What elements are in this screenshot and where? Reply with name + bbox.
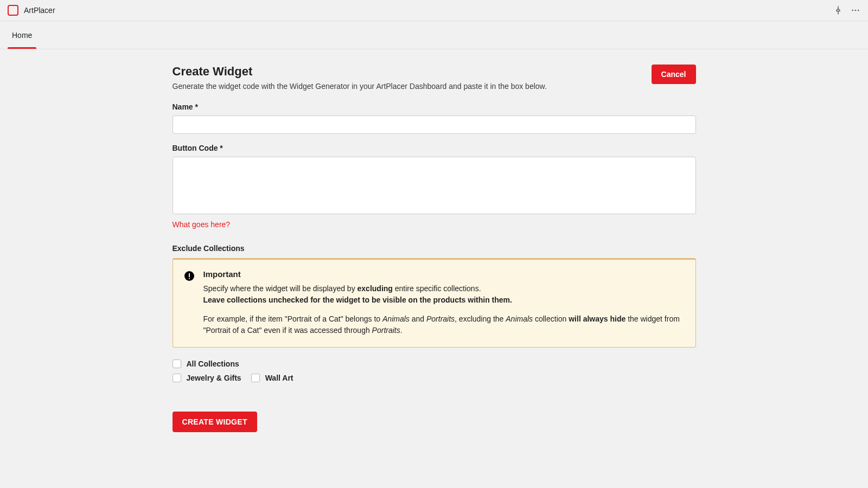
checkbox-row-jewelry: Jewelry & Gifts [173, 374, 241, 382]
app-icon [8, 5, 18, 16]
checkbox-wallart[interactable] [251, 374, 260, 382]
svg-point-2 [858, 10, 859, 11]
alert-paragraph-1: Specify where the widget will be display… [203, 283, 685, 306]
svg-point-0 [852, 10, 853, 11]
checkbox-wallart-label[interactable]: Wall Art [265, 374, 293, 382]
form-container: Create Widget Generate the widget code w… [173, 65, 696, 432]
tabsbar: Home [0, 21, 868, 49]
tab-home[interactable]: Home [8, 21, 36, 49]
pin-icon[interactable] [833, 5, 843, 15]
alert-box: Important Specify where the widget will … [173, 258, 696, 348]
content: Create Widget Generate the widget code w… [0, 49, 868, 432]
page-title: Create Widget [173, 65, 547, 79]
topbar: ArtPlacer [0, 0, 868, 21]
button-code-label: Button Code * [173, 144, 696, 152]
alert-title: Important [203, 269, 685, 279]
exclude-collections-label: Exclude Collections [173, 244, 696, 253]
tab-home-label: Home [12, 31, 32, 40]
more-icon[interactable] [851, 5, 860, 15]
checkbox-all-label[interactable]: All Collections [187, 359, 239, 368]
svg-rect-5 [189, 278, 190, 279]
header-text: Create Widget Generate the widget code w… [173, 65, 547, 91]
checkbox-all[interactable] [173, 359, 181, 368]
form-group-button-code: Button Code * What goes here? [173, 144, 696, 229]
topbar-right [833, 5, 860, 15]
svg-rect-4 [189, 273, 190, 277]
form-group-name: Name * [173, 102, 696, 134]
help-link[interactable]: What goes here? [173, 220, 231, 229]
alert-icon [184, 271, 195, 281]
topbar-left: ArtPlacer [8, 5, 55, 16]
app-title: ArtPlacer [24, 6, 55, 15]
name-input[interactable] [173, 115, 696, 134]
alert-content: Important Specify where the widget will … [203, 269, 685, 336]
checkbox-collections-row: Jewelry & Gifts Wall Art [173, 374, 696, 388]
button-code-textarea[interactable] [173, 157, 696, 214]
alert-paragraph-2: For example, if the item "Portrait of a … [203, 313, 685, 336]
submit-row: CREATE WIDGET [173, 412, 696, 432]
checkbox-row-wallart: Wall Art [251, 374, 293, 382]
page-subtitle: Generate the widget code with the Widget… [173, 82, 547, 91]
checkbox-jewelry[interactable] [173, 374, 181, 382]
cancel-button[interactable]: Cancel [652, 65, 696, 84]
checkbox-all-row: All Collections [173, 359, 696, 368]
checkbox-jewelry-label[interactable]: Jewelry & Gifts [187, 374, 241, 382]
name-label: Name * [173, 102, 696, 111]
create-widget-button[interactable]: CREATE WIDGET [173, 412, 257, 432]
svg-point-1 [855, 10, 857, 11]
header-row: Create Widget Generate the widget code w… [173, 65, 696, 91]
